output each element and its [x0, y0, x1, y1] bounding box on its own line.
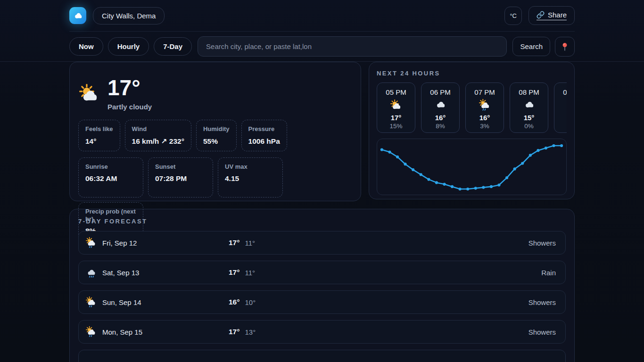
search-button[interactable]: Search — [512, 37, 550, 56]
cloud-icon — [523, 99, 535, 111]
stat-humidity: Humidity 55% — [196, 120, 237, 151]
hour-card-09-pm[interactable]: 09 PM — [554, 82, 567, 133]
current-condition: Partly cloudy — [107, 103, 152, 111]
stat-label: Feels like — [85, 125, 113, 133]
hour-temp: 17° — [377, 114, 415, 122]
forecast-day: Mon, Sep 15 — [102, 328, 142, 336]
tab-hourly[interactable]: Hourly — [108, 37, 149, 56]
sun-behind-rain-icon — [85, 326, 97, 337]
forecast-row-mon-sep-15[interactable]: Mon, Sep 15 17° 13° Showers — [78, 320, 566, 344]
forecast-high: 17° — [229, 268, 239, 277]
forecast-low: 10° — [245, 298, 256, 306]
forecast-condition: Showers — [528, 328, 556, 336]
hour-precip: 8% — [421, 123, 459, 130]
hour-precip: 3% — [466, 123, 504, 130]
forecast-day: Sat, Sep 13 — [102, 269, 139, 277]
location-pin-button[interactable] — [555, 37, 575, 57]
round-pushpin-icon — [560, 41, 570, 52]
app-logo[interactable] — [69, 7, 86, 24]
stat-label: Wind — [132, 125, 184, 133]
sun-behind-cloud-icon — [78, 83, 100, 105]
forecast-row-partial[interactable] — [78, 350, 566, 362]
rain-icon — [85, 267, 97, 278]
sun-behind-rain-icon — [85, 296, 97, 308]
current-conditions-card: 17° Partly cloudy Feels like 14°Wind 16 … — [69, 62, 361, 201]
stat-label: Sunrise — [85, 163, 136, 171]
forecast-low: 13° — [245, 328, 256, 336]
hour-card-05-pm[interactable]: 05 PM 17° 15% — [377, 82, 415, 133]
share-button[interactable]: Share — [528, 6, 575, 25]
forecast-day: Fri, Sep 12 — [102, 239, 137, 247]
tab-7day[interactable]: 7-Day — [154, 37, 192, 56]
forecast-row-sun-sep-14[interactable]: Sun, Sep 14 16° 10° Showers — [78, 290, 566, 314]
hour-card-08-pm[interactable]: 08 PM 15° 0% — [510, 82, 548, 133]
next-24-hours-title: NEXT 24 HOURS — [377, 70, 567, 77]
hour-temp: 16° — [421, 114, 459, 122]
stat-uv-max: UV max 4.15 — [218, 157, 283, 197]
current-stats-row-1: Feels like 14°Wind 16 km/h ↗ 232°Humidit… — [78, 120, 352, 151]
stat-value: 16 km/h ↗ 232° — [132, 137, 184, 146]
current-stats-row-2: Sunrise 06:32 AMSunset 07:28 PMUV max 4.… — [78, 157, 352, 242]
forecast-condition: Rain — [541, 269, 556, 277]
next-24-hours-card: NEXT 24 HOURS 05 PM 17° 15%06 PM 16° 8%0… — [369, 62, 575, 199]
search-input[interactable] — [198, 36, 507, 57]
stat-value: 07:28 PM — [155, 174, 206, 183]
current-temperature: 17° — [107, 76, 152, 99]
forecast-high: 17° — [229, 239, 239, 247]
stat-label: Humidity — [203, 125, 230, 133]
stat-sunset: Sunset 07:28 PM — [148, 157, 213, 197]
hour-time: 09 PM — [554, 88, 567, 96]
forecast-condition: Showers — [528, 239, 556, 247]
hour-time: 07 PM — [466, 88, 504, 96]
location-title: City Walls, Dema — [93, 7, 165, 25]
share-label: Share — [548, 11, 567, 19]
sun-behind-rain-icon — [479, 99, 491, 111]
forecast-high: 16° — [229, 298, 239, 306]
cloud-icon — [73, 10, 83, 21]
hour-temp: 15° — [510, 114, 548, 122]
stat-label: UV max — [225, 163, 276, 171]
hour-temp: 16° — [466, 114, 504, 122]
forecast-condition: Showers — [528, 298, 556, 306]
temperature-trend-chart — [377, 139, 567, 195]
stat-value: 55% — [203, 137, 230, 146]
forecast-row-sat-sep-13[interactable]: Sat, Sep 13 17° 11° Rain — [78, 261, 566, 284]
stat-value: 06:32 AM — [85, 174, 136, 183]
sun-behind-cloud-icon — [390, 99, 402, 111]
forecast-high: 17° — [229, 328, 239, 336]
hour-card-07-pm[interactable]: 07 PM 16° 3% — [465, 82, 504, 133]
forecast-day: Sun, Sep 14 — [102, 298, 141, 306]
hour-card-06-pm[interactable]: 06 PM 16° 8% — [421, 82, 460, 133]
nav-bar: Now Hourly 7-Day Search — [0, 32, 644, 62]
stat-value: 4.15 — [225, 174, 276, 183]
stat-wind: Wind 16 km/h ↗ 232° — [125, 120, 191, 151]
stat-pressure: Pressure 1006 hPa — [241, 120, 287, 151]
hour-time: 05 PM — [377, 88, 415, 96]
hour-precip: 0% — [510, 123, 548, 130]
forecast-rows: Fri, Sep 12 17° 11° Showers Sat, Sep 13 … — [78, 231, 566, 362]
cloud-icon — [434, 99, 446, 111]
stat-feels-like: Feels like 14° — [78, 120, 120, 151]
forecast-low: 11° — [245, 239, 255, 247]
hour-time: 08 PM — [510, 88, 548, 96]
stat-sunrise: Sunrise 06:32 AM — [78, 157, 143, 197]
tab-now[interactable]: Now — [69, 37, 103, 56]
forecast-row-fri-sep-12[interactable]: Fri, Sep 12 17° 11° Showers — [78, 231, 566, 255]
sun-behind-rain-icon — [85, 237, 97, 248]
hour-precip: 15% — [377, 123, 415, 130]
hour-time: 06 PM — [421, 88, 459, 96]
seven-day-forecast-card: 7-DAY FORECAST Fri, Sep 12 17° 11° Showe… — [69, 209, 575, 362]
stat-value: 14° — [85, 137, 113, 146]
top-bar: City Walls, Dema °C Share — [0, 0, 644, 32]
stat-label: Pressure — [248, 125, 280, 133]
forecast-low: 11° — [245, 269, 255, 277]
unit-toggle-button[interactable]: °C — [504, 7, 522, 25]
stat-label: Sunset — [155, 163, 206, 171]
hourly-strip[interactable]: 05 PM 17° 15%06 PM 16° 8%07 PM 16° 3%08 … — [377, 82, 567, 133]
stat-value: 1006 hPa — [248, 137, 280, 146]
link-icon — [537, 11, 545, 19]
